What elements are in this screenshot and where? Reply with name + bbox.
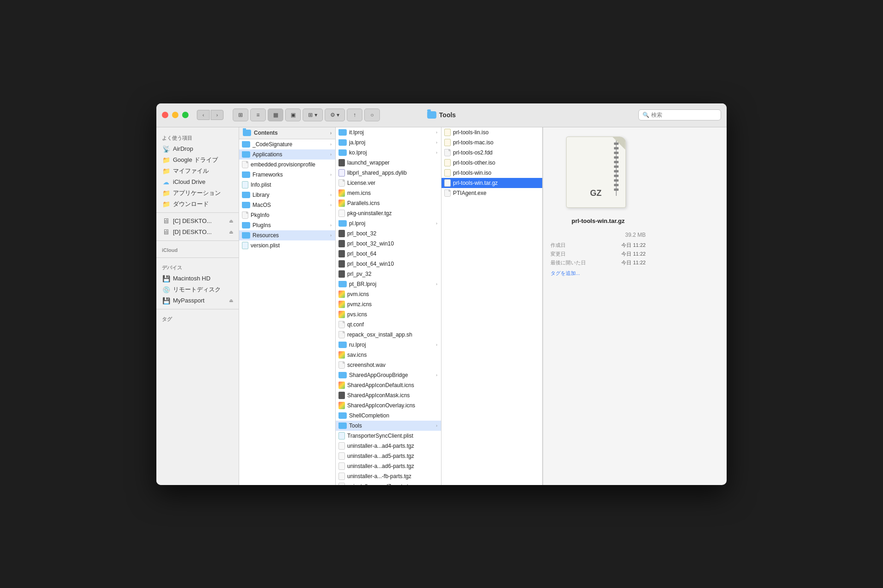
sidebar-item-myfiles[interactable]: 📁 マイファイル <box>156 166 239 177</box>
list-item[interactable]: pvs.icns <box>336 309 441 320</box>
list-item[interactable]: mem.icns <box>336 188 441 198</box>
chevron-icon: › <box>436 221 437 226</box>
folder-icon <box>338 129 347 136</box>
sidebar-item-downloads[interactable]: 📁 ダウンロード <box>156 199 239 210</box>
list-item[interactable]: ru.lproj › <box>336 340 441 350</box>
search-input[interactable] <box>651 112 717 118</box>
list-view-button[interactable]: ≡ <box>250 108 266 121</box>
sidebar-item-d-drive[interactable]: 🖥 [D] DESKTO... ⏏ <box>156 227 239 238</box>
sidebar-item-remote-disk[interactable]: 💿 リモートディスク <box>156 284 239 295</box>
iso-icon <box>444 159 451 166</box>
list-item[interactable]: ShellCompletion <box>336 411 441 421</box>
svg-rect-2 <box>614 147 619 149</box>
sidebar-item-label: Google ドライブ <box>173 156 218 164</box>
list-item[interactable]: PlugIns › <box>239 220 335 230</box>
list-item[interactable]: License.ver <box>336 178 441 188</box>
sidebar-item-applications[interactable]: 📁 アプリケーション <box>156 188 239 199</box>
forward-button[interactable]: › <box>211 110 224 120</box>
list-item[interactable]: SharedAppIconMask.icns <box>336 390 441 400</box>
share-button[interactable]: ↑ <box>347 108 362 121</box>
list-item[interactable]: MacOS › <box>239 200 335 210</box>
folder-icon <box>338 372 347 378</box>
list-item[interactable]: pkg-uninstaller.tgz <box>336 208 441 218</box>
list-item[interactable]: SharedAppIconDefault.icns <box>336 380 441 390</box>
folder-icon: 📁 <box>162 200 170 208</box>
list-item[interactable]: Library › <box>239 190 335 200</box>
list-item[interactable]: uninstaller-a...ad7-parts.tgz <box>336 481 441 485</box>
sidebar-item-airdrop[interactable]: 📡 AirDrop <box>156 143 239 154</box>
search-box[interactable]: 🔍 <box>638 109 721 120</box>
col1-header-label: Contents <box>254 130 278 136</box>
list-item[interactable]: PkgInfo <box>239 210 335 220</box>
gallery-view-button[interactable]: ▣ <box>285 108 301 121</box>
minimize-button[interactable] <box>172 112 178 118</box>
list-item-screenshot-wav[interactable]: screenshot.wav <box>336 360 441 370</box>
sidebar-item-icloud-drive[interactable]: ☁ iCloud Drive <box>156 177 239 188</box>
list-item[interactable]: uninstaller-a...-fb-parts.tgz <box>336 471 441 481</box>
list-item[interactable]: SharedAppGroupBridge › <box>336 370 441 380</box>
icon-view-button[interactable]: ⊞ <box>233 108 248 121</box>
file-size: 39.2 MB <box>550 232 646 238</box>
list-item[interactable]: sav.icns <box>336 350 441 360</box>
list-item[interactable]: prl-tools-win.iso <box>442 168 542 178</box>
list-item[interactable]: launchd_wrapper <box>336 158 441 168</box>
list-item-applications[interactable]: Applications › <box>239 149 335 160</box>
list-item[interactable]: libprl_shared_apps.dylib <box>336 168 441 178</box>
list-item[interactable]: qt.conf <box>336 320 441 330</box>
list-item[interactable]: prl_boot_64 <box>336 249 441 259</box>
list-item[interactable]: Parallels.icns <box>336 198 441 208</box>
list-item[interactable]: version.plist <box>239 240 335 251</box>
list-item[interactable]: Info.plist <box>239 180 335 190</box>
sort-button[interactable]: ⊞ ▾ <box>303 108 323 121</box>
list-item[interactable]: uninstaller-a...ad5-parts.tgz <box>336 451 441 461</box>
list-item[interactable]: pvmz.icns <box>336 299 441 309</box>
chevron-icon: › <box>436 423 437 428</box>
tag-button[interactable]: ○ <box>364 108 380 121</box>
list-item[interactable]: prl_pv_32 <box>336 269 441 279</box>
chevron-icon: › <box>330 233 332 238</box>
list-item[interactable]: Frameworks › <box>239 170 335 180</box>
sidebar-item-google-drive[interactable]: 📁 Google ドライブ <box>156 154 239 166</box>
folder-icon <box>242 202 250 208</box>
list-item[interactable]: uninstaller-a...ad6-parts.tgz <box>336 461 441 471</box>
list-item[interactable]: prl-tools-lin.iso <box>442 127 542 137</box>
list-item-selected[interactable]: prl-tools-win.tar.gz <box>442 178 542 188</box>
list-item[interactable]: prl-tools-other.iso <box>442 158 542 168</box>
list-item[interactable]: prl-tools-mac.iso <box>442 137 542 148</box>
maximize-button[interactable] <box>182 112 189 118</box>
list-item[interactable]: TransporterSyncClient.plist <box>336 431 441 441</box>
preview-meta: 39.2 MB 作成日 今日 11:22 変更日 今日 11:22 最後に開いた… <box>550 232 646 277</box>
list-item[interactable]: repack_osx_install_app.sh <box>336 330 441 340</box>
list-item-tools[interactable]: Tools › <box>336 421 441 431</box>
sidebar-item-c-drive[interactable]: 🖥 [C] DESKTO... ⏏ <box>156 216 239 227</box>
add-tag-link[interactable]: タグを追加... <box>550 270 646 277</box>
exec-icon <box>338 250 345 257</box>
sidebar-item-macintosh-hd[interactable]: 💾 Macintosh HD <box>156 273 239 284</box>
list-item[interactable]: _CodeSignature › <box>239 139 335 149</box>
list-item[interactable]: embedded.provisionprofile <box>239 160 335 170</box>
back-button[interactable]: ‹ <box>197 110 210 120</box>
action-button[interactable]: ⚙ ▾ <box>325 108 345 121</box>
folder-icon <box>338 149 347 156</box>
iso-icon <box>444 139 451 146</box>
list-item[interactable]: prl_boot_32 <box>336 228 441 239</box>
list-item[interactable]: pt_BR.lproj › <box>336 279 441 289</box>
list-item[interactable]: uninstaller-a...ad4-parts.tgz <box>336 441 441 451</box>
preview-filename: prl-tools-win.tar.gz <box>572 217 625 224</box>
list-item[interactable]: SharedAppIconOverlay.icns <box>336 400 441 411</box>
sidebar-item-mypassport[interactable]: 💾 MyPassport ⏏ <box>156 295 239 306</box>
column-view-button[interactable]: ▦ <box>268 108 283 121</box>
list-item[interactable]: ko.lproj › <box>336 148 441 158</box>
list-item-resources[interactable]: Resources › <box>239 230 335 240</box>
list-item[interactable]: prl_boot_32_win10 <box>336 239 441 249</box>
close-button[interactable] <box>162 112 168 118</box>
list-item[interactable]: pvm.icns <box>336 289 441 299</box>
list-item[interactable]: ja.lproj › <box>336 137 441 148</box>
list-item[interactable]: PTIAgent.exe <box>442 188 542 198</box>
list-item[interactable]: it.lproj › <box>336 127 441 137</box>
search-icon: 🔍 <box>642 112 649 118</box>
list-item[interactable]: pl.lproj › <box>336 218 441 228</box>
list-item[interactable]: prl-tools-os2.fdd <box>442 148 542 158</box>
sidebar-item-label: MyPassport <box>173 297 205 304</box>
list-item[interactable]: prl_boot_64_win10 <box>336 259 441 269</box>
